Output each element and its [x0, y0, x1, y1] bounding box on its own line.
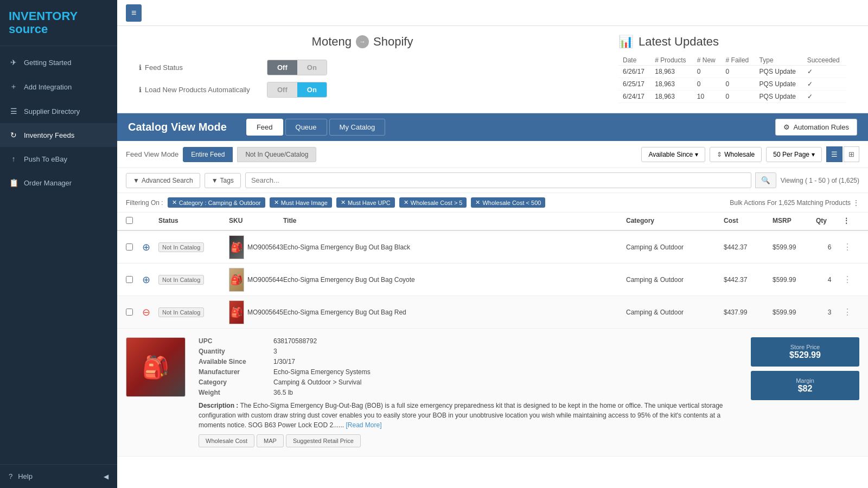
- col-sku-header: SKU: [229, 217, 283, 226]
- load-products-toggle[interactable]: Off On: [267, 82, 327, 98]
- row-checkbox[interactable]: [126, 309, 133, 316]
- per-page-dropdown[interactable]: 50 Per Page ▾: [766, 147, 822, 162]
- product-thumbnail: 🎒: [229, 235, 244, 259]
- row-checkbox-cell: [126, 309, 142, 316]
- filter-remove-icon[interactable]: ✕: [274, 199, 279, 206]
- row-status: Not In Catalog: [158, 275, 229, 284]
- sidebar-item-add-integration[interactable]: ＋ Add Integration: [0, 74, 117, 99]
- gear-icon: ⚙: [783, 123, 790, 131]
- toggle-on-button[interactable]: On: [297, 60, 327, 75]
- select-all-checkbox[interactable]: [126, 217, 133, 224]
- sidebar-item-order-manager[interactable]: 📋 Order Manager: [0, 171, 117, 195]
- filter-remove-icon[interactable]: ✕: [341, 199, 346, 206]
- store-price-button[interactable]: Store Price $529.99: [751, 337, 859, 367]
- update-products: 18,963: [650, 78, 693, 91]
- row-checkbox[interactable]: [126, 276, 133, 283]
- sidebar-item-getting-started[interactable]: ✈ Getting Started: [0, 50, 117, 74]
- pricing-tab-map[interactable]: MAP: [257, 434, 284, 447]
- bulk-actions-menu-icon[interactable]: ⋮: [853, 199, 859, 207]
- supplier-directory-icon: ☰: [9, 107, 18, 115]
- row-title: Echo-Sigma Emergency Bug Out Bag Black: [283, 243, 626, 251]
- margin-button[interactable]: Margin $82: [751, 371, 859, 400]
- sidebar-item-push-to-ebay[interactable]: ↑ Push To eBay: [0, 147, 117, 171]
- update-new: 0: [693, 78, 722, 91]
- logo-line2: source: [9, 22, 48, 36]
- add-integration-icon: ＋: [9, 82, 18, 92]
- available-since-dropdown[interactable]: Available Since ▾: [641, 147, 705, 162]
- filter-remove-icon[interactable]: ✕: [172, 199, 177, 206]
- table-header: Status SKU Title Category Cost MSRP Qty …: [117, 213, 868, 231]
- row-checkbox-cell: [126, 243, 142, 251]
- row-menu-button[interactable]: ⋮: [843, 242, 859, 252]
- update-succeeded: ✓: [803, 91, 846, 103]
- advanced-search-button[interactable]: ▼ Advanced Search: [126, 173, 200, 188]
- update-row: 6/25/17 18,963 0 0 PQS Update ✓: [618, 78, 846, 91]
- row-checkbox[interactable]: [126, 243, 133, 251]
- row-menu-button[interactable]: ⋮: [843, 307, 859, 317]
- update-type: PQS Update: [755, 78, 803, 91]
- hamburger-button[interactable]: ≡: [126, 4, 142, 22]
- filter-remove-icon[interactable]: ✕: [404, 199, 409, 206]
- pricing-tab-retail[interactable]: Suggested Retail Price: [286, 434, 361, 447]
- feed-status-info-icon: ℹ: [139, 63, 142, 72]
- automation-rules-button[interactable]: ⚙ Automation Rules: [775, 119, 857, 136]
- feed-title-left: Moteng: [312, 35, 352, 49]
- update-date: 6/24/17: [618, 91, 650, 103]
- update-products: 18,963: [650, 91, 693, 103]
- pricing-tabs: Wholesale Cost MAP Suggested Retail Pric…: [199, 434, 738, 447]
- filter-remove-icon[interactable]: ✕: [475, 199, 480, 206]
- collapse-icon[interactable]: ◀: [104, 473, 108, 480]
- tab-queue[interactable]: Queue: [285, 119, 327, 136]
- margin-value: $82: [760, 384, 851, 394]
- detail-qty: Quantity 3: [199, 348, 738, 355]
- toggle-off-button[interactable]: Off: [267, 60, 297, 75]
- wholesale-dropdown[interactable]: ⇕ Wholesale: [710, 147, 762, 162]
- sidebar-item-supplier-directory[interactable]: ☰ Supplier Directory: [0, 99, 117, 123]
- catalog-tabs: Feed Queue My Catalog: [246, 119, 385, 136]
- row-menu-button[interactable]: ⋮: [843, 274, 859, 285]
- update-row: 6/26/17 18,963 0 0 PQS Update ✓: [618, 66, 846, 78]
- row-remove-icon[interactable]: ⊖: [142, 306, 158, 318]
- not-in-queue-button[interactable]: Not In Queue/Catalog: [237, 147, 316, 162]
- filter-tag-cost-min[interactable]: ✕ Wholesale Cost > 5: [399, 197, 467, 208]
- load-toggle-on-button[interactable]: On: [297, 82, 327, 97]
- catalog-view-bar: Catalog View Mode Feed Queue My Catalog …: [117, 113, 868, 141]
- row-add-icon[interactable]: ⊕: [142, 241, 158, 253]
- row-qty: 6: [816, 243, 843, 251]
- sidebar-item-inventory-feeds[interactable]: ↻ Inventory Feeds: [0, 123, 117, 147]
- search-input[interactable]: [245, 172, 751, 188]
- sidebar-item-label: Order Manager: [24, 179, 72, 187]
- filter-tag-category[interactable]: ✕ Category : Camping & Outdoor: [168, 197, 265, 208]
- row-add-icon[interactable]: ⊕: [142, 274, 158, 286]
- row-category: Camping & Outdoor: [626, 276, 724, 284]
- load-toggle-off-button[interactable]: Off: [267, 82, 297, 97]
- tab-my-catalog[interactable]: My Catalog: [329, 119, 386, 136]
- col-succeeded: Succeeded: [803, 55, 846, 66]
- feed-status-toggle[interactable]: Off On: [267, 60, 327, 75]
- row-sku-cell: 🎒 MO9005644: [229, 268, 283, 292]
- col-menu-header: ⋮: [843, 217, 859, 226]
- chevron-down-icon: ▾: [812, 151, 815, 158]
- sidebar-item-label: Inventory Feeds: [24, 131, 74, 139]
- list-view-button[interactable]: ☰: [826, 146, 843, 162]
- col-cost-header: Cost: [724, 217, 773, 226]
- catalog-title: Catalog View Mode: [128, 121, 227, 133]
- tab-feed[interactable]: Feed: [246, 119, 283, 136]
- detail-description: Description : The Echo-Sigma Emergency B…: [199, 401, 738, 430]
- grid-view-button[interactable]: ⊞: [844, 146, 859, 162]
- pricing-tab-wholesale[interactable]: Wholesale Cost: [199, 434, 254, 447]
- sidebar-help[interactable]: ? Help ◀: [0, 464, 117, 488]
- filter-tag-image[interactable]: ✕ Must Have Image: [270, 197, 332, 208]
- filter-tag-cost-max[interactable]: ✕ Wholesale Cost < 500: [471, 197, 545, 208]
- row-cost: $442.37: [724, 243, 773, 251]
- read-more-link[interactable]: [Read More]: [346, 421, 381, 429]
- row-cost: $437.99: [724, 309, 773, 316]
- product-thumbnail: 🎒: [229, 268, 244, 292]
- filter-tag-upc[interactable]: ✕ Must Have UPC: [336, 197, 395, 208]
- tags-button[interactable]: ▼ Tags: [205, 173, 241, 188]
- bulk-actions[interactable]: Bulk Actions For 1,625 Matching Products…: [730, 199, 859, 207]
- search-button[interactable]: 🔍: [755, 172, 776, 188]
- entire-feed-button[interactable]: Entire Feed: [183, 147, 233, 162]
- help-label: Help: [18, 472, 33, 480]
- col-type: Type: [755, 55, 803, 66]
